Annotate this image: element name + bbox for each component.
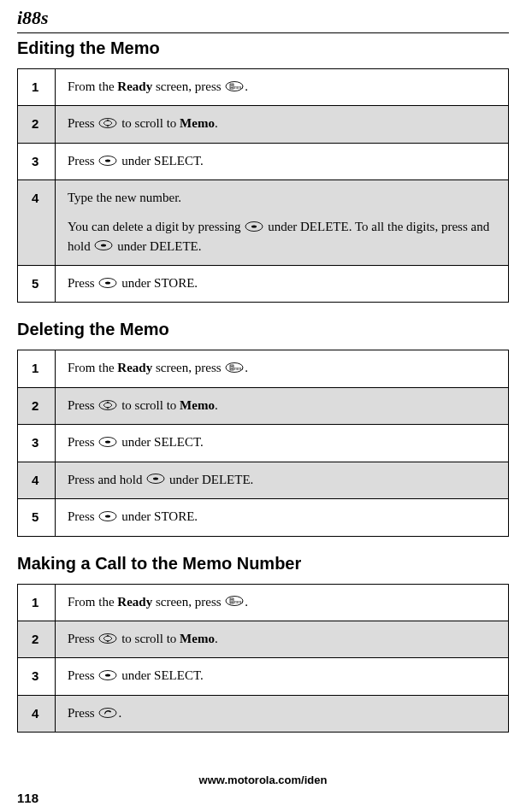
step-number: 4 (18, 695, 56, 732)
step-text: Press to scroll to Memo. (56, 387, 509, 424)
svg-point-27 (105, 440, 110, 443)
svg-point-14 (101, 244, 106, 247)
steps-table: 1From the Ready screen, press mnu.2Press… (17, 68, 509, 303)
table-row: 2Press to scroll to Memo. (18, 621, 509, 658)
steps-table: 1From the Ready screen, press mnu.2Press… (17, 584, 509, 733)
scroll-icon (98, 115, 117, 134)
step-number: 1 (18, 69, 56, 106)
softkey-icon (98, 153, 117, 172)
step-text: Press . (56, 695, 509, 732)
step-number: 1 (18, 350, 56, 387)
step-number: 3 (18, 425, 56, 462)
device-model-label: i88s (17, 7, 509, 29)
step-number: 3 (18, 658, 56, 695)
scroll-icon (98, 631, 117, 650)
svg-marker-24 (107, 401, 109, 403)
svg-marker-7 (107, 120, 109, 121)
step-text: Press under SELECT. (56, 658, 509, 695)
step-text: From the Ready screen, press mnu. (56, 69, 509, 106)
step-text: Press and hold under DELETE. (56, 462, 509, 498)
svg-marker-39 (107, 634, 109, 636)
table-row: 1From the Ready screen, press mnu. (18, 350, 509, 387)
svg-text:mnu: mnu (234, 85, 243, 90)
svg-point-43 (99, 708, 116, 717)
svg-text:mnu: mnu (234, 599, 243, 604)
table-row: 5Press under STORE. (18, 265, 509, 302)
menu-icon: mnu (225, 360, 244, 379)
softkey-icon (98, 509, 117, 527)
steps-table: 1From the Ready screen, press mnu.2Press… (17, 350, 509, 536)
table-row: 3Press under SELECT. (18, 425, 509, 462)
step-number: 2 (18, 106, 56, 143)
step-text: Press under SELECT. (56, 143, 509, 179)
step-text: From the Ready screen, press mnu. (56, 350, 509, 387)
svg-point-29 (153, 478, 158, 480)
svg-point-12 (251, 225, 257, 227)
softkey-icon (98, 668, 117, 686)
softkey-icon (146, 471, 165, 490)
softkey-icon (98, 434, 117, 453)
step-number: 3 (18, 143, 56, 179)
step-number: 2 (18, 621, 56, 658)
table-row: 1From the Ready screen, press mnu. (18, 584, 509, 621)
table-row: 4Type the new number.You can delete a di… (18, 180, 509, 266)
table-row: 3Press under SELECT. (18, 658, 509, 695)
call-icon (98, 705, 117, 724)
scroll-icon (98, 397, 117, 416)
table-row: 2Press to scroll to Memo. (18, 106, 509, 143)
table-row: 1From the Ready screen, press mnu. (18, 69, 509, 106)
step-text: Press under STORE. (56, 499, 509, 536)
step-number: 5 (18, 499, 56, 536)
svg-point-16 (105, 281, 110, 284)
section-title: Making a Call to the Memo Number (17, 554, 509, 574)
step-text: Press to scroll to Memo. (56, 106, 509, 143)
svg-point-42 (105, 674, 110, 677)
table-row: 4Press and hold under DELETE. (18, 462, 509, 498)
softkey-icon (245, 219, 263, 238)
step-number: 4 (18, 462, 56, 498)
svg-marker-8 (107, 126, 109, 127)
svg-point-10 (105, 159, 110, 162)
step-number: 1 (18, 584, 56, 621)
svg-text:mnu: mnu (234, 366, 243, 371)
step-number: 5 (18, 265, 56, 302)
softkey-icon (98, 275, 117, 294)
step-text: Press under SELECT. (56, 425, 509, 462)
svg-marker-40 (107, 640, 109, 642)
svg-marker-25 (107, 407, 109, 409)
table-row: 5Press under STORE. (18, 499, 509, 536)
section-title: Editing the Memo (17, 38, 509, 58)
step-number: 2 (18, 387, 56, 424)
svg-point-31 (105, 515, 110, 517)
softkey-icon (94, 238, 113, 256)
section-title: Deleting the Memo (17, 320, 509, 339)
step-text: Press under STORE. (56, 265, 509, 302)
header-divider (17, 32, 509, 33)
page-number: 118 (17, 791, 38, 805)
footer-url: www.motorola.com/iden (0, 774, 526, 786)
table-row: 3Press under SELECT. (18, 143, 509, 179)
table-row: 2Press to scroll to Memo. (18, 387, 509, 424)
step-text: Press to scroll to Memo. (56, 621, 509, 658)
step-number: 4 (18, 180, 56, 266)
table-row: 4Press . (18, 695, 509, 732)
menu-icon: mnu (225, 593, 244, 612)
step-text: Type the new number.You can delete a dig… (56, 180, 509, 266)
menu-icon: mnu (225, 79, 244, 97)
step-text: From the Ready screen, press mnu. (56, 584, 509, 621)
